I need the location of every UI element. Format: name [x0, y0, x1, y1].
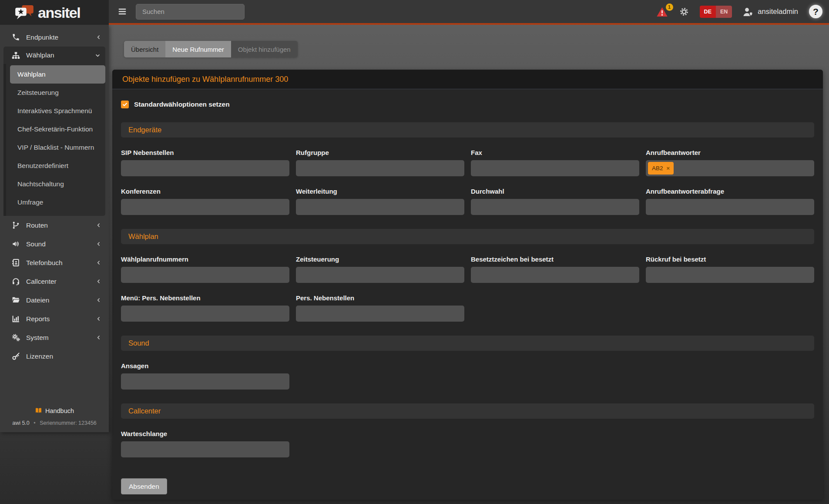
folder-open-icon: [12, 296, 20, 304]
sidebar-item-label: Wählplan: [26, 51, 54, 59]
brand-logo[interactable]: ansitel: [0, 0, 109, 25]
submenu-item-benutzerdefiniert[interactable]: Benutzerdefiniert: [10, 157, 105, 175]
hamburger-menu-icon[interactable]: [118, 8, 127, 15]
sidebar-item-reports[interactable]: Reports: [0, 309, 109, 328]
submenu-label: Nachtschaltung: [17, 180, 64, 188]
besetztzeichen-input[interactable]: [471, 267, 639, 283]
durchwahl-input[interactable]: [471, 199, 639, 215]
version-serial-line: awi 5.0 • Seriennummer: 123456: [0, 420, 109, 426]
settings-gear-icon[interactable]: [679, 7, 689, 17]
sidebar-item-label: System: [26, 334, 49, 342]
sidebar-item-system[interactable]: System: [0, 328, 109, 347]
waehlplan-submenu: Wählplan Zeitsteuerung Interaktives Spra…: [3, 64, 105, 216]
sidebar-item-label: Callcenter: [26, 278, 57, 286]
submenu-label: Umfrage: [17, 198, 43, 206]
submenu-item-zeitsteuerung[interactable]: Zeitsteuerung: [10, 84, 105, 102]
submenu-item-waehlplan[interactable]: Wählplan: [10, 65, 105, 84]
alerts-button[interactable]: 1: [656, 7, 668, 17]
field-label: Fax: [471, 149, 639, 156]
rufgruppe-input[interactable]: [296, 160, 464, 176]
headset-icon: [12, 277, 20, 286]
default-options-row: Standardwähloptionen setzen: [121, 100, 814, 108]
sitemap-icon: [12, 51, 20, 60]
field-label: Besetztzeichen bei besetzt: [471, 255, 639, 263]
waehlplan-grid: Wählplanrufnummern Zeitsteuerung Besetzt…: [121, 244, 814, 322]
warteschlange-input[interactable]: [121, 441, 289, 457]
sidebar-item-sound[interactable]: Sound: [0, 235, 109, 253]
sidebar-item-routen[interactable]: Routen: [0, 216, 109, 235]
help-button[interactable]: ?: [809, 5, 822, 18]
anrufbeantworter-input[interactable]: AB2 ×: [646, 160, 814, 176]
tab-objekt-hinzufuegen: Objekt hinzufügen: [231, 41, 298, 57]
submenu-item-umfrage[interactable]: Umfrage: [10, 193, 105, 212]
submenu-label: Benutzerdefiniert: [17, 162, 68, 170]
section-header-sound: Sound: [121, 336, 814, 351]
ansagen-input[interactable]: [121, 373, 289, 390]
submenu-item-interaktives-sprachmenue[interactable]: Interaktives Sprachmenü: [10, 102, 105, 120]
panel-header: Objekte hinzufügen zu Wählplanrufnummer …: [112, 70, 823, 89]
sidebar-item-dateien[interactable]: Dateien: [0, 291, 109, 309]
waehlplanrufnummern-input[interactable]: [121, 267, 289, 283]
sidebar-item-label: Dateien: [26, 296, 49, 304]
field-label: Zeitsteuerung: [296, 255, 464, 263]
selected-tag-ab2: AB2 ×: [648, 162, 674, 175]
submenu-item-chef-sekretaerin[interactable]: Chef-Sekretärin-Funktion: [10, 120, 105, 138]
lang-en-button[interactable]: EN: [716, 6, 732, 18]
sidebar-item-label: Routen: [26, 222, 48, 229]
anrufbeantworterabfrage-input[interactable]: [646, 199, 814, 215]
brand-name: ansitel: [38, 5, 80, 20]
field-zeitsteuerung: Zeitsteuerung: [296, 244, 464, 283]
pers-nebenstellen-input[interactable]: [296, 306, 464, 322]
sidebar-item-endpunkte[interactable]: Endpunkte: [0, 28, 109, 47]
submenu-label: VIP / Blacklist - Nummern: [17, 144, 94, 151]
field-label: Wählplanrufnummern: [121, 255, 289, 263]
rueckruf-input[interactable]: [646, 267, 814, 283]
section-header-callcenter: Callcenter: [121, 403, 814, 419]
field-anrufbeantworter: Anrufbeantworter AB2 ×: [646, 138, 814, 176]
konferenzen-input[interactable]: [121, 199, 289, 215]
sip-nebenstellen-input[interactable]: [121, 160, 289, 176]
chevron-left-icon: [96, 316, 101, 321]
gears-icon: [12, 333, 20, 342]
search-input[interactable]: [136, 4, 245, 20]
volume-icon: [12, 240, 20, 248]
tag-remove-icon[interactable]: ×: [667, 165, 670, 171]
section-header-waehlplan: Wählplan: [121, 229, 814, 244]
zeitsteuerung-input[interactable]: [296, 267, 464, 283]
chevron-left-icon: [96, 260, 101, 265]
submenu-item-nachtschaltung[interactable]: Nachtschaltung: [10, 175, 105, 193]
tab-bar: Übersicht Neue Rufnummer Objekt hinzufüg…: [124, 41, 298, 57]
field-anrufbeantworterabfrage: Anrufbeantworterabfrage: [646, 176, 814, 215]
sidebar-item-label: Endpunkte: [26, 34, 58, 41]
section-title: Sound: [128, 339, 149, 347]
manual-label: Handbuch: [45, 407, 74, 414]
sidebar-item-callcenter[interactable]: Callcenter: [0, 272, 109, 291]
chevron-left-icon: [96, 298, 101, 302]
sidebar-item-lizenzen[interactable]: Lizenzen: [0, 347, 109, 366]
panel-body: Standardwähloptionen setzen Endgeräte SI…: [112, 100, 823, 494]
topbar-main: 1 DE EN ansiteladmin ?: [109, 0, 829, 25]
sidebar-item-label: Reports: [26, 315, 50, 323]
sidebar-item-label: Sound: [26, 240, 46, 248]
weiterleitung-input[interactable]: [296, 199, 464, 215]
submit-button[interactable]: Absenden: [121, 478, 167, 494]
endgeraete-grid: SIP Nebenstellen Rufgruppe Fax Anrufbean…: [121, 138, 814, 215]
default-options-checkbox[interactable]: [121, 101, 129, 108]
submenu-label: Zeitsteuerung: [17, 89, 59, 97]
submenu-item-vip-blacklist[interactable]: VIP / Blacklist - Nummern: [10, 138, 105, 157]
section-header-endgeraete: Endgeräte: [121, 122, 814, 138]
field-label: Weiterleitung: [296, 188, 464, 195]
main-content: Übersicht Neue Rufnummer Objekt hinzufüg…: [109, 25, 829, 504]
user-menu[interactable]: ansiteladmin: [743, 7, 798, 17]
lang-de-button[interactable]: DE: [700, 6, 716, 18]
tab-uebersicht[interactable]: Übersicht: [124, 41, 165, 57]
sidebar-item-label: Lizenzen: [26, 353, 53, 360]
sidebar-item-telefonbuch[interactable]: Telefonbuch: [0, 253, 109, 272]
sidebar-item-waehlplan[interactable]: Wählplan: [3, 47, 105, 64]
tab-neue-rufnummer[interactable]: Neue Rufnummer: [165, 41, 231, 57]
app-root: ansitel 1 DE EN ansiteladmin: [0, 0, 829, 504]
manual-link[interactable]: Handbuch: [35, 407, 74, 414]
menue-pers-nebenstellen-input[interactable]: [121, 306, 289, 322]
fax-input[interactable]: [471, 160, 639, 176]
field-label: Anrufbeantworter: [646, 149, 814, 156]
